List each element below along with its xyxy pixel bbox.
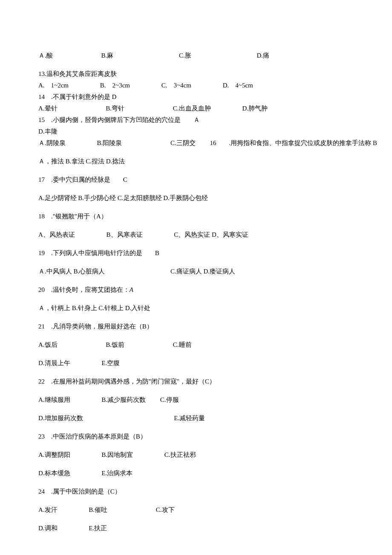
q24-opt-e: E.扶正 (89, 524, 107, 533)
q18-opt-cd: C、风热实证 D、风寒实证 (174, 230, 248, 239)
q18-stem: 18 ."银翘散"用于（A） (38, 212, 354, 221)
q24-opt-a: A.发汗 (38, 506, 58, 514)
q15-opt-a: Ａ.阴陵泉 (38, 139, 66, 148)
q23-opt-e: E.治病求本 (101, 469, 133, 478)
q18-options: A、风热表证 B、风寒表证 C、风热实证 D、风寒实证 (38, 230, 354, 239)
q21-opt-c: C.睡前 (173, 340, 192, 349)
q17-options: A.足少阴肾经 B.手少阴心经 C.足太阳膀胱经 D.手厥阴心包经 (38, 194, 354, 203)
q22-opt-c: C.停服 (160, 395, 179, 404)
q22-options-row2: D.增加服药次数 E.减轻药量 (38, 414, 354, 423)
q16-options: Ａ，推法 B.拿法 C.捏法 D.捻法 (38, 157, 354, 166)
exam-page: Ａ.酸 B.麻 C.胀 D.痛 13.温和灸其艾条应距离皮肤 A. 1~2cm … (0, 0, 392, 555)
q12-opt-c: C.胀 (179, 51, 191, 60)
q13-opt-b: B. 2~3cm (100, 81, 130, 90)
q17-stem: 17 .委中穴归属的经脉是 C (38, 175, 354, 184)
q15-opt-b: B.阳陵泉 (97, 139, 122, 148)
q21-opt-e: E.空腹 (101, 359, 120, 368)
q15-stem: 15 .小腿内侧，胫骨内侧牌后下方凹陷处的穴位是 Ａ (38, 116, 354, 125)
q15-options-and-q16: Ａ.阴陵泉 B.阳陵泉 C.三阴交 16 .用拇指和食指、中指拿提穴位或皮肤的推… (38, 139, 354, 148)
q12-options: Ａ.酸 B.麻 C.胀 D.痛 (38, 51, 354, 60)
q24-opt-b: B.催吐 (89, 506, 107, 514)
q19-stem: 19 .下列病人中应慎用电针疗法的是 B (38, 249, 354, 258)
q22-options-row1: A.继续服用 B.减少服药次数 C.停服 (38, 395, 354, 404)
q21-options-row1: A.饭后 B.饭前 C.睡前 (38, 340, 354, 349)
q22-stem: 22 .在服用补益药期间偶遇外感，为防"闭门留寇"，最好（C） (38, 377, 354, 386)
q23-stem: 23 .中医治疗疾病的基本原则是（B） (38, 432, 354, 441)
q14-opt-d: D.肺气肿 (242, 104, 268, 113)
q23-opt-c: C.扶正祛邪 (164, 450, 196, 459)
q24-options-row2: D.调和 E.扶正 (38, 524, 354, 533)
q21-options-row2: D.清晨上午 E.空腹 (38, 359, 354, 368)
q23-opt-d: D.标本缓急 (38, 469, 70, 478)
q12-opt-b: B.麻 (101, 51, 114, 60)
q13-opt-c: C. 3~4cm (161, 81, 191, 90)
q21-stem: 21 .凡消导类药物，服用最好选在（B） (38, 322, 354, 331)
q24-stem: 24 .属于中医治则的是（C） (38, 487, 354, 496)
q12-opt-a: Ａ.酸 (38, 51, 53, 60)
q15-d-label: D.丰隆 (38, 127, 354, 136)
q18-opt-a: A、风热表证 (38, 230, 75, 239)
q19-opt-ab: Ａ.中风病人 B.心脏病人 (38, 267, 105, 276)
q14-opt-b: B.弯针 (106, 104, 124, 113)
q15-opt-c: C.三阴交 (170, 139, 196, 148)
q14-options: A.晕针 B.弯针 C.出血及血肿 D.肺气肿 (38, 104, 354, 113)
q16-stem-inline: 16 .用拇指和食指、中指拿提穴位或皮肤的推拿手法称 B (210, 139, 378, 148)
q22-opt-a: A.继续服用 (38, 395, 70, 404)
q13-opt-d: D. 4~5cm (223, 81, 253, 90)
q19-options: Ａ.中风病人 B.心脏病人 C.痛证病人 D.痿证病人 (38, 267, 354, 276)
q24-options-row1: A.发汗 B.催吐 C.攻下 (38, 506, 354, 514)
q14-stem: 14 .不属于针刺意外的是 D (38, 93, 354, 102)
q18-opt-b: B、风寒表证 (107, 230, 143, 239)
q14-opt-a: A.晕针 (38, 104, 58, 113)
q22-opt-d: D.增加服药次数 (38, 414, 83, 423)
q19-opt-cd: C.痛证病人 D.痿证病人 (170, 267, 235, 276)
q12-opt-d: D.痛 (257, 51, 270, 60)
q20-stem: 20 .温针灸时，应将艾团捻在：A (38, 285, 354, 294)
q22-opt-e: E.减轻药量 (174, 414, 205, 423)
q21-opt-a: A.饭后 (38, 340, 58, 349)
q22-opt-b: B.减少服药次数 (101, 395, 146, 404)
q20-answer: A (130, 286, 133, 293)
q20-options: Ａ，针柄上 B.针身上 C.针根上 D.入针处 (38, 304, 354, 313)
q23-options-row1: A.调整阴阳 B.因地制宜 C.扶正祛邪 (38, 450, 354, 459)
q23-opt-b: B.因地制宜 (101, 450, 133, 459)
q13-stem: 13.温和灸其艾条应距离皮肤 (38, 70, 354, 78)
q23-options-row2: D.标本缓急 E.治病求本 (38, 469, 354, 478)
q24-opt-c: C.攻下 (156, 506, 175, 514)
q21-opt-d: D.清晨上午 (38, 359, 70, 368)
q20-stem-text: 20 .温针灸时，应将艾团捻在： (38, 286, 130, 293)
q24-opt-d: D.调和 (38, 524, 58, 533)
q13-opt-a: A. 1~2cm (38, 81, 69, 90)
q14-opt-c: C.出血及血肿 (173, 104, 211, 113)
q23-opt-a: A.调整阴阳 (38, 450, 70, 459)
q21-opt-b: B.饭前 (106, 340, 124, 349)
q13-options: A. 1~2cm B. 2~3cm C. 3~4cm D. 4~5cm (38, 81, 354, 90)
